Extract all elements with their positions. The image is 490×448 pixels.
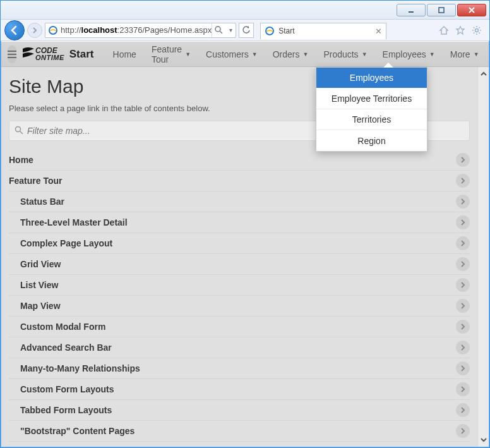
chevron-right-icon	[456, 153, 470, 167]
caret-down-icon: ▼	[429, 51, 435, 58]
chevron-right-icon	[456, 320, 470, 334]
brand-logo: CODE ONTIME	[21, 45, 64, 64]
search-icon	[15, 126, 23, 136]
dropdown-item-employees[interactable]: Employees	[316, 68, 427, 88]
sitemap-row[interactable]: Map View	[9, 296, 470, 317]
sitemap-row-label: Many-to-Many Relationships	[9, 363, 140, 373]
tab-title: Start	[278, 27, 294, 35]
browser-chrome-icons	[439, 25, 486, 35]
scroll-down-icon[interactable]	[479, 435, 488, 444]
nav-orders[interactable]: Orders▼	[265, 42, 316, 67]
address-dropdown-icon[interactable]: ▾	[225, 27, 236, 33]
sitemap-row[interactable]: "Bootstrap" Content Pages	[9, 421, 470, 442]
tab-close-icon[interactable]: ✕	[375, 27, 382, 36]
favorites-icon[interactable]	[455, 25, 465, 35]
sitemap-row[interactable]: Custom Modal Form	[9, 317, 470, 337]
sitemap-row[interactable]: Home	[9, 150, 470, 171]
nav-customers[interactable]: Customers▼	[198, 42, 265, 67]
sitemap-row-label: Three-Level Master Detail	[9, 217, 128, 227]
sitemap-row[interactable]: Advanced Search Bar	[9, 337, 470, 358]
dropdown-item-territories[interactable]: Territories	[316, 109, 427, 130]
sitemap-row-label: Grid View	[9, 259, 61, 269]
sitemap-row[interactable]: List View	[9, 275, 470, 296]
sitemap-row[interactable]: Complex Page Layout	[9, 233, 470, 254]
caret-down-icon: ▼	[185, 51, 191, 58]
chevron-right-icon	[456, 382, 470, 396]
sitemap-row-label: Custom Form Layouts	[9, 384, 114, 394]
caret-down-icon: ▼	[474, 51, 479, 58]
tab-strip: Start ✕	[260, 21, 436, 39]
sitemap-row-label: Map View	[9, 301, 61, 311]
chevron-right-icon	[456, 236, 470, 250]
sitemap-row-label: List View	[9, 280, 58, 290]
address-url: http://localhost:23376/Pages/Home.aspx	[61, 25, 212, 35]
nav-more[interactable]: More▼	[443, 42, 487, 67]
chevron-right-icon	[456, 341, 470, 354]
browser-window: http://localhost:23376/Pages/Home.aspx ▾…	[0, 0, 490, 448]
caret-down-icon: ▼	[362, 51, 368, 58]
caret-down-icon: ▼	[302, 51, 308, 58]
scroll-up-icon[interactable]	[479, 70, 488, 78]
chevron-right-icon	[456, 174, 470, 188]
sitemap-row-label: Status Bar	[9, 197, 64, 207]
dropdown-item-employee-territories[interactable]: Employee Territories	[316, 88, 427, 109]
sitemap-row-label: Custom Modal Form	[9, 322, 105, 332]
chevron-right-icon	[456, 361, 470, 375]
svg-line-4	[220, 31, 222, 33]
chevron-right-icon	[456, 299, 470, 313]
svg-rect-1	[439, 8, 444, 13]
caret-down-icon: ▼	[252, 51, 258, 58]
chevron-right-icon	[456, 403, 470, 417]
sitemap-row[interactable]: Custom Form Layouts	[9, 379, 470, 400]
window-titlebar	[1, 1, 489, 20]
gear-icon[interactable]	[472, 25, 482, 35]
sitemap-row-label: Advanced Search Bar	[9, 342, 112, 353]
address-bar[interactable]: http://localhost:23376/Pages/Home.aspx ▾	[45, 23, 236, 38]
window-close-button[interactable]	[457, 4, 486, 16]
logo-wing-icon	[21, 46, 35, 63]
brand-start-label[interactable]: Start	[69, 48, 94, 61]
nav-forward-button[interactable]	[27, 23, 42, 38]
browser-address-row: http://localhost:23376/Pages/Home.aspx ▾…	[1, 20, 489, 41]
svg-line-8	[20, 131, 23, 134]
app-top-nav: CODE ONTIME Start Home Feature Tour▼ Cus…	[1, 42, 489, 67]
sitemap-row[interactable]: Three-Level Master Detail	[9, 212, 470, 233]
svg-point-7	[16, 126, 21, 131]
sitemap-list: HomeFeature TourStatus BarThree-Level Ma…	[9, 150, 470, 442]
sitemap-row[interactable]: Status Bar	[9, 191, 470, 212]
employees-dropdown: Employees Employee Territories Territori…	[316, 67, 427, 152]
svg-point-6	[475, 28, 479, 32]
page-viewport: CODE ONTIME Start Home Feature Tour▼ Cus…	[1, 42, 489, 447]
chevron-right-icon	[456, 424, 470, 438]
sitemap-row-label: Complex Page Layout	[9, 238, 112, 248]
chevron-right-icon	[456, 195, 470, 209]
nav-home[interactable]: Home	[105, 42, 144, 67]
menu-button[interactable]	[8, 45, 16, 63]
sitemap-row-label: Feature Tour	[9, 176, 63, 186]
chevron-right-icon	[456, 278, 470, 292]
window-maximize-button[interactable]	[427, 4, 456, 16]
sitemap-row-label: "Bootstrap" Content Pages	[9, 426, 134, 436]
nav-back-button[interactable]	[4, 20, 25, 40]
sitemap-row-label: Tabbed Form Layouts	[9, 405, 112, 415]
svg-rect-0	[409, 11, 414, 13]
home-icon[interactable]	[439, 25, 449, 35]
browser-tab[interactable]: Start ✕	[260, 23, 386, 39]
dropdown-item-region[interactable]: Region	[316, 130, 427, 151]
ie-logo-icon	[265, 26, 275, 36]
address-search-icon[interactable]	[212, 23, 225, 37]
sitemap-row[interactable]: Many-to-Many Relationships	[9, 358, 470, 379]
vertical-scrollbar[interactable]	[477, 67, 489, 447]
sitemap-row[interactable]: Grid View	[9, 254, 470, 275]
chevron-right-icon	[456, 257, 470, 271]
sitemap-row[interactable]: Feature Tour	[9, 171, 470, 191]
refresh-button[interactable]	[239, 23, 254, 38]
sitemap-row-label: Home	[9, 155, 33, 165]
svg-point-3	[215, 27, 220, 32]
nav-feature-tour[interactable]: Feature Tour▼	[144, 42, 198, 67]
ie-logo-icon	[48, 25, 58, 35]
window-minimize-button[interactable]	[397, 4, 426, 16]
nav-products[interactable]: Products▼	[316, 42, 374, 67]
chevron-right-icon	[456, 215, 470, 229]
sitemap-row[interactable]: Tabbed Form Layouts	[9, 400, 470, 421]
